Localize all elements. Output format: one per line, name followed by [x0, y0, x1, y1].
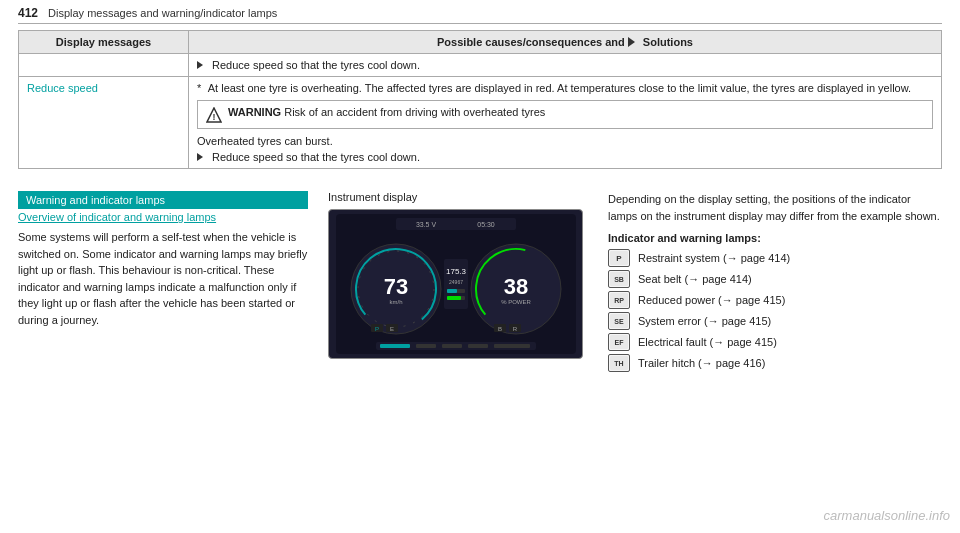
svg-text:!: !	[213, 112, 216, 122]
svg-text:TH: TH	[614, 360, 623, 367]
table-cell-message-0	[19, 54, 189, 77]
indicator-title: Indicator and warning lamps:	[608, 232, 942, 244]
table-cell-message-1: Reduce speed	[19, 77, 189, 169]
svg-rect-34	[468, 344, 488, 348]
svg-rect-15	[447, 289, 457, 293]
cluster-svg: 33.5 V 05:30 73 km/h 175.3 24967	[336, 214, 576, 354]
svg-text:33.5 V: 33.5 V	[415, 221, 436, 228]
warning-lamps-header: Warning and indicator lamps	[18, 191, 308, 209]
list-item: EF Electrical fault (→ page 415)	[608, 333, 942, 351]
svg-text:P: P	[616, 254, 622, 263]
table-header-messages: Display messages	[19, 31, 189, 54]
svg-rect-35	[494, 344, 530, 348]
svg-rect-32	[416, 344, 436, 348]
watermark: carmanualsonline.info	[824, 508, 950, 523]
list-item: P Restraint system (→ page 414)	[608, 249, 942, 267]
svg-rect-3	[396, 218, 516, 230]
table-row: Reduce speed so that the tyres cool down…	[19, 54, 942, 77]
solution-text: Reduce speed so that the tyres cool down…	[197, 151, 933, 163]
arrow-right-icon	[628, 37, 635, 47]
indicator-text-3: System error (→ page 415)	[638, 315, 771, 327]
list-item: RP Reduced power (→ page 415)	[608, 291, 942, 309]
right-intro-text: Depending on the display setting, the po…	[608, 191, 942, 224]
page-header: 412 Display messages and warning/indicat…	[18, 6, 942, 24]
table-cell-cause-1: * At least one tyre is overheating. The …	[189, 77, 942, 169]
top-section: 412 Display messages and warning/indicat…	[0, 0, 960, 177]
cause-text-0: Reduce speed so that the tyres cool down…	[212, 59, 420, 71]
svg-text:24967: 24967	[449, 279, 463, 285]
table-header-causes: Possible causes/consequences and Solutio…	[189, 31, 942, 54]
svg-text:05:30: 05:30	[477, 221, 495, 228]
warning-text: WARNING Risk of an accident from driving…	[228, 106, 545, 118]
left-column: Warning and indicator lamps Overview of …	[18, 191, 308, 375]
svg-text:EF: EF	[615, 339, 625, 346]
overview-link[interactable]: Overview of indicator and warning lamps	[18, 211, 308, 223]
svg-text:73: 73	[383, 274, 407, 299]
indicator-list: P Restraint system (→ page 414) SB Seat …	[608, 249, 942, 372]
indicator-text-4: Electrical fault (→ page 415)	[638, 336, 777, 348]
indicator-text-1: Seat belt (→ page 414)	[638, 273, 752, 285]
svg-text:E: E	[389, 326, 393, 332]
bottom-section: Warning and indicator lamps Overview of …	[0, 181, 960, 383]
cause-main-text: * At least one tyre is overheating. The …	[197, 82, 933, 94]
svg-text:38: 38	[503, 274, 527, 299]
right-column: Depending on the display setting, the po…	[608, 191, 942, 375]
electrical-fault-icon: EF	[608, 333, 630, 351]
page-title: Display messages and warning/indicator l…	[48, 7, 277, 19]
trailer-hitch-icon: TH	[608, 354, 630, 372]
bullet-arrow-icon-2	[197, 153, 203, 161]
middle-column: Instrument display 33.5 V 05:30 73 km/h	[328, 191, 588, 375]
indicator-text-0: Restraint system (→ page 414)	[638, 252, 790, 264]
svg-text:% POWER: % POWER	[501, 299, 531, 305]
table-row-reduce-speed: Reduce speed * At least one tyre is over…	[19, 77, 942, 169]
table-cell-cause-0: Reduce speed so that the tyres cool down…	[189, 54, 942, 77]
restraint-icon: P	[608, 249, 630, 267]
svg-text:P: P	[374, 326, 378, 332]
warning-box: ! WARNING Risk of an accident from drivi…	[197, 100, 933, 129]
reduced-power-icon: RP	[608, 291, 630, 309]
svg-rect-31	[380, 344, 410, 348]
page-number: 412	[18, 6, 38, 20]
list-item: SE System error (→ page 415)	[608, 312, 942, 330]
svg-text:R: R	[512, 326, 517, 332]
list-item: SB Seat belt (→ page 414)	[608, 270, 942, 288]
system-error-icon: SE	[608, 312, 630, 330]
instrument-display-image: 33.5 V 05:30 73 km/h 175.3 24967	[328, 209, 583, 359]
svg-text:175.3: 175.3	[445, 267, 466, 276]
bullet-arrow-icon	[197, 61, 203, 69]
main-table: Display messages Possible causes/consequ…	[18, 30, 942, 169]
solutions-label: Solutions	[643, 36, 693, 48]
list-item: TH Trailer hitch (→ page 416)	[608, 354, 942, 372]
warning-detail: Risk of an accident from driving with ov…	[284, 106, 545, 118]
svg-text:B: B	[497, 326, 501, 332]
indicator-text-5: Trailer hitch (→ page 416)	[638, 357, 765, 369]
asterisk: *	[197, 82, 201, 94]
warning-triangle-icon: !	[206, 107, 222, 123]
indicator-text-2: Reduced power (→ page 415)	[638, 294, 785, 306]
seatbelt-icon: SB	[608, 270, 630, 288]
consequence-text: Overheated tyres can burst.	[197, 135, 933, 147]
reduce-speed-label: Reduce speed	[27, 82, 98, 94]
svg-rect-17	[447, 296, 461, 300]
svg-text:RP: RP	[614, 297, 624, 304]
left-body-text: Some systems will perform a self-test wh…	[18, 229, 308, 328]
svg-text:SB: SB	[614, 276, 624, 283]
instrument-display-title: Instrument display	[328, 191, 588, 203]
svg-text:SE: SE	[614, 318, 624, 325]
svg-rect-33	[442, 344, 462, 348]
svg-text:km/h: km/h	[389, 299, 402, 305]
